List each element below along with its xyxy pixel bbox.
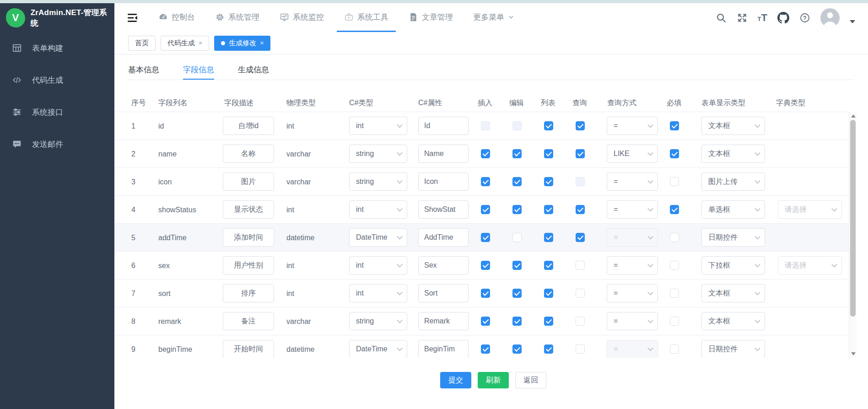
edit-checkbox[interactable] xyxy=(512,149,522,158)
scrollbar-thumb[interactable] xyxy=(850,120,856,317)
close-icon[interactable]: × xyxy=(260,39,264,47)
cs-type-select[interactable]: string xyxy=(349,172,407,191)
cs-type-select[interactable]: int xyxy=(349,284,407,302)
nav-item-system-manage[interactable]: 系统管理 xyxy=(208,3,267,32)
tab-gen-info[interactable]: 生成信息 xyxy=(238,65,269,80)
insert-checkbox[interactable] xyxy=(481,121,490,130)
required-checkbox[interactable] xyxy=(670,121,679,130)
query-checkbox[interactable] xyxy=(576,205,585,214)
required-checkbox[interactable] xyxy=(670,233,679,242)
cs-type-select[interactable]: int xyxy=(349,200,407,219)
description-input[interactable] xyxy=(223,284,274,302)
insert-checkbox[interactable] xyxy=(481,289,490,298)
edit-checkbox[interactable] xyxy=(512,233,522,242)
scroll-down-arrow[interactable] xyxy=(851,352,856,355)
edit-checkbox[interactable] xyxy=(512,317,522,326)
list-checkbox[interactable] xyxy=(544,177,553,186)
cs-property-input[interactable] xyxy=(418,228,469,247)
cs-property-input[interactable] xyxy=(418,340,469,358)
cs-property-input[interactable] xyxy=(418,145,469,163)
github-icon[interactable] xyxy=(777,12,789,24)
required-checkbox[interactable] xyxy=(670,344,679,354)
query-mode-select[interactable]: = xyxy=(607,172,658,191)
query-checkbox[interactable] xyxy=(576,121,585,130)
display-type-select[interactable]: 文本框 xyxy=(701,145,765,163)
insert-checkbox[interactable] xyxy=(481,233,490,242)
list-checkbox[interactable] xyxy=(544,289,553,298)
cs-property-input[interactable] xyxy=(418,284,469,302)
cs-property-input[interactable] xyxy=(418,312,469,330)
sidebar-item-code-gen[interactable]: 代码生成 xyxy=(0,64,114,96)
nav-item-system-monitor[interactable]: 系统监控 xyxy=(272,3,331,32)
tab-basic-info[interactable]: 基本信息 xyxy=(128,65,159,80)
edit-checkbox[interactable] xyxy=(512,177,522,186)
refresh-button[interactable]: 刷新 xyxy=(478,372,509,388)
cs-property-input[interactable] xyxy=(418,256,469,274)
display-type-select[interactable]: 图片上传 xyxy=(701,172,765,191)
scroll-up-arrow[interactable] xyxy=(851,114,856,118)
cs-property-input[interactable] xyxy=(418,200,469,219)
query-mode-select[interactable]: LIKE xyxy=(607,145,658,163)
query-mode-select[interactable]: = xyxy=(607,117,658,135)
required-checkbox[interactable] xyxy=(670,177,679,186)
dict-type-select[interactable]: 请选择 xyxy=(778,256,842,274)
tag-code-gen[interactable]: 代码生成 × xyxy=(161,36,209,51)
query-checkbox[interactable] xyxy=(576,149,585,158)
cs-property-input[interactable] xyxy=(418,172,469,191)
cs-type-select[interactable]: DateTime xyxy=(349,228,407,247)
insert-checkbox[interactable] xyxy=(481,344,490,354)
required-checkbox[interactable] xyxy=(670,205,679,214)
query-mode-select[interactable]: = xyxy=(607,312,658,330)
sidebar-item-send-mail[interactable]: 发送邮件 xyxy=(0,128,114,160)
query-checkbox[interactable] xyxy=(576,317,585,326)
tag-gen-edit[interactable]: 生成修改 × xyxy=(214,36,270,51)
description-input[interactable] xyxy=(223,228,274,247)
sidebar-item-form-build[interactable]: 表单构建 xyxy=(0,32,114,64)
list-checkbox[interactable] xyxy=(544,344,553,354)
display-type-select[interactable]: 日期控件 xyxy=(701,340,765,358)
sidebar-item-system-api[interactable]: 系统接口 xyxy=(0,96,114,128)
cs-type-select[interactable]: int xyxy=(349,117,407,135)
query-checkbox[interactable] xyxy=(576,289,585,298)
list-checkbox[interactable] xyxy=(544,233,553,242)
cs-type-select[interactable]: string xyxy=(349,145,407,163)
description-input[interactable] xyxy=(223,312,274,330)
display-type-select[interactable]: 文本框 xyxy=(701,284,765,302)
cs-property-input[interactable] xyxy=(418,117,469,135)
required-checkbox[interactable] xyxy=(670,317,679,326)
edit-checkbox[interactable] xyxy=(512,344,522,354)
query-mode-select[interactable]: = xyxy=(607,200,658,219)
cs-type-select[interactable]: DateTime xyxy=(349,340,407,358)
cs-type-select[interactable]: string xyxy=(349,312,407,330)
display-type-select[interactable]: 下拉框 xyxy=(701,256,765,274)
description-input[interactable] xyxy=(223,200,274,219)
insert-checkbox[interactable] xyxy=(481,317,490,326)
edit-checkbox[interactable] xyxy=(512,121,522,130)
font-size-icon[interactable]: TT xyxy=(758,13,767,23)
menu-fold-icon[interactable] xyxy=(114,3,148,32)
display-type-select[interactable]: 单选框 xyxy=(701,200,765,219)
insert-checkbox[interactable] xyxy=(481,149,490,158)
dict-type-select[interactable]: 请选择 xyxy=(778,200,842,219)
required-checkbox[interactable] xyxy=(670,149,679,158)
edit-checkbox[interactable] xyxy=(512,289,522,298)
help-icon[interactable]: ? xyxy=(799,12,810,23)
vertical-scrollbar[interactable] xyxy=(849,112,857,358)
submit-button[interactable]: 提交 xyxy=(440,372,471,388)
edit-checkbox[interactable] xyxy=(512,261,522,270)
nav-item-more-menu[interactable]: 更多菜单 xyxy=(466,3,522,32)
nav-item-system-tools[interactable]: 系统工具 xyxy=(337,3,396,32)
query-checkbox[interactable] xyxy=(576,177,585,186)
query-checkbox[interactable] xyxy=(576,233,585,242)
tag-home[interactable]: 首页 xyxy=(128,36,156,51)
list-checkbox[interactable] xyxy=(544,205,553,214)
query-mode-select[interactable]: = xyxy=(607,340,658,358)
required-checkbox[interactable] xyxy=(670,289,679,298)
description-input[interactable] xyxy=(223,145,274,163)
description-input[interactable] xyxy=(223,340,274,358)
query-mode-select[interactable]: = xyxy=(607,284,658,302)
display-type-select[interactable]: 文本框 xyxy=(701,312,765,330)
description-input[interactable] xyxy=(223,172,274,191)
cs-type-select[interactable]: int xyxy=(349,256,407,274)
query-mode-select[interactable]: = xyxy=(607,256,658,274)
